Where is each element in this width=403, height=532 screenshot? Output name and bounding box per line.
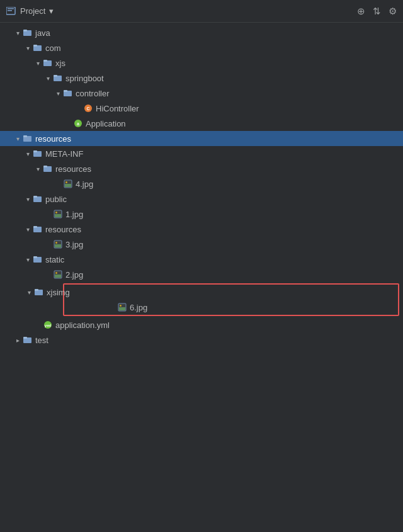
tree-item-application[interactable]: a Application [0,116,403,131]
svg-text:C: C [86,106,89,111]
yaml-icon: yml [43,320,53,330]
arrow-appyml [33,320,43,330]
svg-text:yml: yml [45,324,52,327]
svg-rect-29 [55,214,61,217]
tree-item-4jpg[interactable]: 4.jpg [0,176,403,191]
label-static: static [45,255,64,264]
tree-item-3jpg[interactable]: 3.jpg [0,237,403,252]
tree-item-meta-inf[interactable]: META-INF [0,146,403,161]
label-springboot: springboot [65,74,104,83]
arrow-application [63,118,73,128]
arrow-com [23,43,33,53]
arrow-1jpg [43,209,53,219]
folder-icon-static [33,254,43,264]
svg-rect-37 [33,256,37,258]
arrow-static [23,254,33,264]
label-4jpg: 4.jpg [76,179,93,189]
panel-title-dropdown[interactable]: ▾ [49,6,54,16]
label-xjs: xjs [55,59,65,68]
tree-item-static[interactable]: static [0,252,403,267]
label-resources-sub: resources [45,225,81,234]
tree-item-public[interactable]: public [0,191,403,207]
folder-icon-springboot [53,73,63,83]
label-6jpg: 6.jpg [130,303,147,312]
red-outline-group: xjsimg 6.jpg [63,283,399,316]
folder-icon-controller [63,88,73,98]
folder-icon-com [33,43,43,53]
tree-item-xjs[interactable]: xjs [0,55,403,71]
arrow-xjsimg [24,287,34,297]
svg-rect-6 [33,45,37,47]
svg-rect-27 [33,196,37,198]
svg-rect-34 [55,244,61,247]
svg-point-35 [55,242,57,244]
svg-rect-12 [64,90,67,92]
folder-icon-meta-inf [33,149,43,159]
image-icon-6jpg [117,302,127,312]
svg-rect-4 [23,30,27,31]
svg-rect-1 [8,8,14,9]
label-xjsimg: xjsimg [47,288,70,297]
label-appyml: application.yml [55,320,110,330]
arrow-resources-meta [33,164,43,174]
label-resources-meta: resources [55,164,91,174]
label-public: public [45,195,67,204]
java-class-icon-hicontroller: C [83,103,93,113]
arrow-controller [53,88,63,98]
svg-rect-42 [35,289,38,291]
folder-icon-public [33,194,43,204]
panel-title-group: Project ▾ [6,6,54,16]
tree-item-java[interactable]: java [0,25,403,40]
folder-icon-test [23,335,33,345]
folder-icon-xjsimg [34,287,44,297]
arrow-meta-inf [23,149,33,159]
svg-text:a: a [77,122,79,126]
arrow-resources-main [13,133,23,144]
tree-item-hicontroller[interactable]: C HiController [0,101,403,116]
arrow-public [23,194,33,204]
arrow-4jpg [53,179,63,189]
folder-icon-resources-meta [43,164,53,174]
add-icon[interactable]: ⊕ [357,6,365,17]
label-2jpg: 2.jpg [65,270,83,280]
layout-icon[interactable]: ⇅ [373,6,381,17]
arrow-test [13,335,23,345]
tree-item-1jpg[interactable]: 1.jpg [0,207,403,222]
svg-rect-20 [33,150,37,152]
label-1jpg: 1.jpg [65,210,83,219]
label-controller: controller [76,89,109,98]
label-java: java [35,28,50,38]
svg-point-25 [65,181,67,183]
folder-icon-xjs [43,58,53,68]
file-tree: java com xjs springboot [0,23,403,532]
folder-icon-java [23,28,33,38]
tree-item-2jpg[interactable]: 2.jpg [0,267,403,282]
tree-item-resources-main[interactable]: resources [0,131,403,146]
tree-item-6jpg[interactable]: 6.jpg [64,300,398,315]
arrow-xjs [33,58,43,68]
label-hicontroller: HiController [96,104,139,113]
svg-point-45 [120,305,122,307]
label-test: test [35,336,48,345]
tree-item-resources-meta[interactable]: resources [0,161,403,176]
label-resources-main: resources [35,134,71,144]
tree-item-com[interactable]: com [0,40,403,55]
tree-item-controller[interactable]: controller [0,86,403,101]
settings-icon[interactable]: ⚙ [389,6,397,17]
folder-icon-resources-sub [33,224,43,234]
svg-point-40 [55,272,57,274]
label-com: com [45,43,61,53]
tree-item-springboot[interactable]: springboot [0,71,403,86]
svg-rect-10 [54,75,57,77]
arrow-java [13,28,23,38]
tree-item-appyml[interactable]: yml application.yml [0,317,403,332]
image-icon-2jpg [53,269,63,280]
tree-item-xjsimg[interactable]: xjsimg [1,285,398,300]
svg-rect-44 [119,307,125,310]
svg-point-30 [55,212,57,213]
tree-item-resources-sub[interactable]: resources [0,222,403,237]
arrow-3jpg [43,239,53,249]
spring-app-icon: a [73,118,83,128]
arrow-springboot [43,73,53,83]
tree-item-test[interactable]: test [0,332,403,348]
